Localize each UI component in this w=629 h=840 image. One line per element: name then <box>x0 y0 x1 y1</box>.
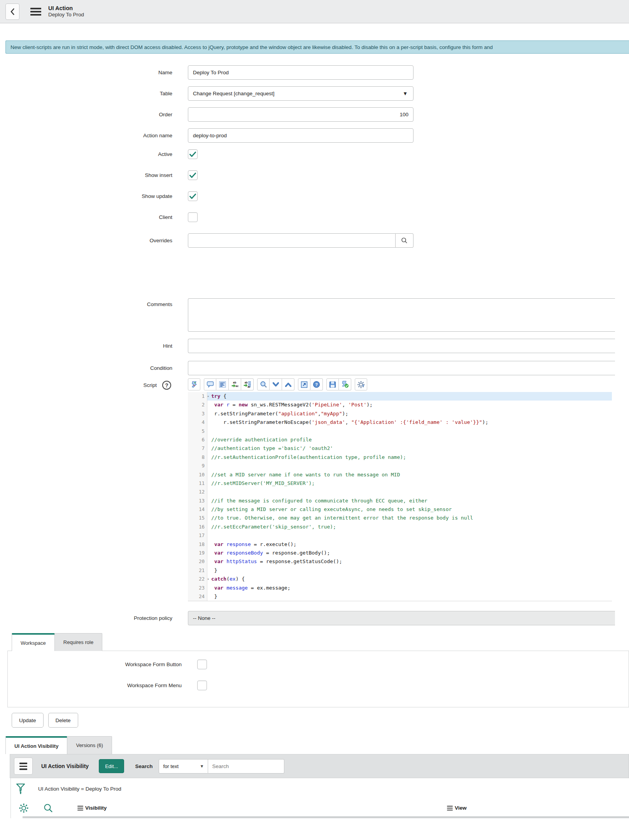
column-menu-icon <box>77 806 83 811</box>
tab-workspace[interactable]: Workspace <box>12 633 55 651</box>
ui-action-form: Name Table Change Request [change_reques… <box>0 65 629 625</box>
svg-text:ac: ac <box>247 385 251 388</box>
script-code-editor[interactable]: 1▾try {2 var r = new sn_ws.RESTMessageV2… <box>188 392 612 601</box>
save-button[interactable] <box>326 378 339 390</box>
protection-policy-label: Protection policy <box>0 615 188 621</box>
replace-all-icon: abac <box>244 381 251 388</box>
tab-requires-role[interactable]: Requires role <box>54 633 102 651</box>
table-select[interactable]: Change Request [change_request] ▼ <box>188 86 413 101</box>
filter-breadcrumb[interactable]: UI Action Visibility = Deploy To Prod <box>38 786 121 792</box>
script-help-icon[interactable]: ? <box>162 381 171 390</box>
code-line: 9 <box>188 462 612 470</box>
find-next-button[interactable] <box>270 378 282 390</box>
hint-label: Hint <box>0 343 188 349</box>
update-button[interactable]: Update <box>12 713 44 728</box>
code-line: 23 var message = ex.message; <box>188 584 612 592</box>
code-line: 6//override authentication profile <box>188 436 612 444</box>
overrides-input[interactable] <box>188 233 396 248</box>
replace-all-button[interactable]: abac <box>241 378 254 390</box>
editor-settings-icon <box>357 381 365 388</box>
workspace-form-button-label: Workspace Form Button <box>8 662 197 667</box>
column-menu-icon <box>447 806 453 811</box>
workspace-form-menu-checkbox[interactable] <box>197 681 207 690</box>
tab-requires-role-label: Requires role <box>63 639 93 645</box>
search-icon <box>260 381 267 388</box>
code-line: 13//if the message is configured to comm… <box>188 497 612 505</box>
column-header-visibility-label: Visibility <box>85 805 107 811</box>
find-button[interactable] <box>257 378 270 390</box>
page-title: UI Action <box>48 5 84 12</box>
chevron-down-icon: ▼ <box>200 764 204 768</box>
related-list-header: UI Action Visibility Edit... Search for … <box>10 754 629 778</box>
script-toggle-button[interactable] <box>188 378 200 390</box>
toggle-comment-button[interactable] <box>204 378 216 390</box>
fold-caret-icon[interactable]: ▾ <box>207 575 209 583</box>
condition-input[interactable] <box>188 361 615 375</box>
find-previous-button[interactable] <box>282 378 294 390</box>
back-button[interactable] <box>5 4 19 20</box>
action-name-input[interactable] <box>188 128 413 143</box>
order-input[interactable] <box>188 107 413 122</box>
format-code-button[interactable] <box>216 378 229 390</box>
code-line: 3 r.setStringParameter("application","my… <box>188 410 612 418</box>
replace-button[interactable]: abac <box>229 378 241 390</box>
save-icon <box>329 381 336 388</box>
record-titles: UI Action Deploy To Prod <box>48 5 84 18</box>
overrides-lookup-button[interactable] <box>396 233 413 248</box>
comments-textarea[interactable] <box>188 298 615 332</box>
list-context-menu-button[interactable] <box>14 758 33 775</box>
workspace-tabs: Workspace Requires role <box>12 633 629 651</box>
code-line: 15//to true. Otherwise, one may get an i… <box>188 514 612 522</box>
client-checkbox[interactable] <box>188 212 198 222</box>
edit-members-button[interactable]: Edit... <box>99 759 124 773</box>
search-mode-value: for text <box>163 763 179 769</box>
protection-policy-select[interactable]: -- None -- <box>188 611 615 625</box>
strict-mode-banner: New client-scripts are run in strict mod… <box>5 40 629 54</box>
field-row-overrides: Overrides <box>0 233 629 248</box>
field-row-table: Table Change Request [change_request] ▼ <box>0 86 629 101</box>
table-select-value: Change Request [change_request] <box>193 91 274 96</box>
list-search-input[interactable] <box>208 759 284 774</box>
delete-button[interactable]: Delete <box>48 713 78 728</box>
field-row-client: Client <box>0 212 629 222</box>
show-update-checkbox[interactable] <box>188 191 198 201</box>
code-line: 7//authentication type ='basic'/ 'oauth2… <box>188 444 612 453</box>
code-line: 19 var responseBody = response.getBody()… <box>188 549 612 557</box>
code-line: 5 <box>188 427 612 436</box>
search-mode-select[interactable]: for text ▼ <box>159 759 208 774</box>
field-row-active: Active <box>0 149 629 159</box>
tab-versions[interactable]: Versions (6) <box>67 736 112 754</box>
show-insert-checkbox[interactable] <box>188 170 198 180</box>
field-row-name: Name <box>0 65 629 80</box>
name-input[interactable] <box>188 65 413 80</box>
order-label: Order <box>0 112 188 117</box>
code-line: 12 <box>188 488 612 496</box>
funnel-icon <box>16 783 25 795</box>
code-line: 1▾try { <box>188 392 612 401</box>
list-divider <box>23 816 629 818</box>
tab-ui-action-visibility[interactable]: UI Action Visibility <box>5 736 67 754</box>
code-line: 20 var httpStatus = response.getStatusCo… <box>188 557 612 566</box>
fold-caret-icon[interactable]: ▾ <box>207 392 209 401</box>
field-row-workspace-form-menu: Workspace Form Menu <box>8 681 629 690</box>
syntax-check-button[interactable] <box>339 378 351 390</box>
workspace-form-button-checkbox[interactable] <box>197 660 207 669</box>
filter-button[interactable] <box>16 783 25 795</box>
list-column-header-row: Visibility View <box>11 800 629 816</box>
column-header-view[interactable]: View <box>447 805 467 811</box>
editor-help-button[interactable]: ? <box>310 378 323 390</box>
script-toggle-icon <box>191 381 198 388</box>
tab-workspace-label: Workspace <box>21 640 46 646</box>
open-in-window-button[interactable] <box>298 378 310 390</box>
code-line: 24 } <box>188 592 612 601</box>
list-search-toggle-button[interactable] <box>43 803 53 813</box>
form-context-menu-icon[interactable] <box>30 8 41 16</box>
active-checkbox[interactable] <box>188 149 198 159</box>
personalize-list-button[interactable] <box>19 803 29 813</box>
column-header-visibility[interactable]: Visibility <box>77 805 107 811</box>
related-lists: UI Action Visibility Versions (6) UI Act… <box>0 736 629 818</box>
editor-settings-button[interactable] <box>355 378 367 390</box>
hint-input[interactable] <box>188 339 615 353</box>
script-label: Script <box>143 382 157 388</box>
search-icon <box>401 237 408 244</box>
